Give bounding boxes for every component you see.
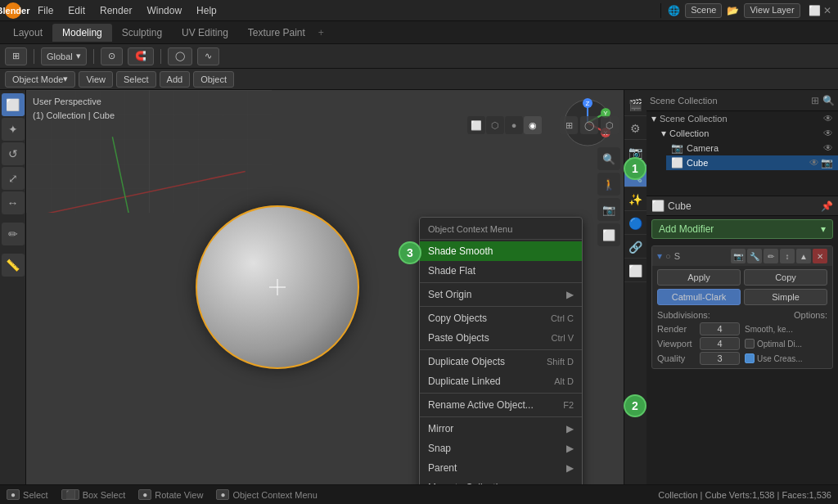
view-layer-selector[interactable]: View Layer xyxy=(744,3,800,18)
header-select[interactable]: Select xyxy=(116,71,156,88)
data-props-button[interactable]: ⬜ xyxy=(624,259,647,282)
wireframe-shade-button[interactable]: ⬜ xyxy=(467,116,485,134)
window-controls[interactable]: ⬜ ✕ xyxy=(809,5,831,16)
walk-nav-button[interactable]: 🚶 xyxy=(597,173,620,196)
apply-button[interactable]: Apply xyxy=(657,269,741,286)
solid-shade-button[interactable]: ⬡ xyxy=(486,116,504,134)
shade-flat-item[interactable]: Shade Flat xyxy=(420,261,582,281)
gizmo-toggle-button[interactable]: ⊞ xyxy=(560,116,578,134)
menu-help[interactable]: Help xyxy=(190,3,223,18)
modifier-enable-icon[interactable]: ○ xyxy=(665,251,671,261)
smooth-label[interactable]: Smooth, ke... xyxy=(745,325,793,334)
modifier-expand-icon[interactable]: ▾ xyxy=(657,250,662,262)
rename-item[interactable]: Rename Active Object... F2 xyxy=(420,395,582,415)
duplicate-objects-item[interactable]: Duplicate Objects Shift D xyxy=(420,352,582,371)
outliner-filter-button[interactable]: ⊞ xyxy=(811,95,819,106)
transform-pivot-button[interactable]: ⊙ xyxy=(101,47,123,65)
outliner-scene-collection[interactable]: ▾ Scene Collection 👁 xyxy=(647,111,838,126)
outliner-cube[interactable]: ⬜ Cube 👁 📷 xyxy=(666,155,838,170)
select-tool-button[interactable]: ⬜ xyxy=(2,93,25,116)
overlay-toggle-button[interactable]: ◯ xyxy=(580,116,598,134)
header-object[interactable]: Object xyxy=(193,71,234,88)
catmull-clark-button[interactable]: Catmull-Clark xyxy=(657,289,741,305)
render-props-button[interactable]: 🎬 xyxy=(624,93,647,116)
menu-render[interactable]: Render xyxy=(93,3,138,18)
snap-button[interactable]: 🧲 xyxy=(128,47,154,65)
material-shade-button[interactable]: ● xyxy=(505,116,523,134)
measure-tool-button[interactable]: 📏 xyxy=(2,254,25,277)
move-tool-button[interactable]: ✦ xyxy=(2,118,25,141)
scene-collection-visibility[interactable]: 👁 xyxy=(823,113,833,124)
falloff-button[interactable]: ∿ xyxy=(197,47,219,65)
tab-layout[interactable]: Layout xyxy=(3,24,52,42)
crease-checkbox[interactable] xyxy=(745,353,755,363)
object-mode-dropdown[interactable]: Object Mode ▾ xyxy=(5,71,75,88)
constraints-props-button[interactable]: 🔗 xyxy=(624,236,647,259)
simple-button[interactable]: Simple xyxy=(744,289,827,305)
add-workspace-button[interactable]: + xyxy=(318,27,324,38)
annotate-tool-button[interactable]: ✏ xyxy=(2,223,25,245)
tab-sculpting[interactable]: Sculpting xyxy=(112,24,172,42)
sphere-object[interactable] xyxy=(196,205,359,369)
transform-global-dropdown[interactable]: Global ▾ xyxy=(41,47,87,65)
add-modifier-bar[interactable]: Add Modifier ▾ xyxy=(651,219,833,239)
status-context-menu: ● Object Context Menu xyxy=(216,489,317,500)
transform-mode-button[interactable]: ⊞ xyxy=(5,47,27,65)
mod-icon-up[interactable]: ▲ xyxy=(796,249,811,263)
outliner-collection[interactable]: ▾ Collection 👁 xyxy=(656,126,838,141)
transform-tool-button[interactable]: ↔ xyxy=(2,191,25,214)
particles-props-button[interactable]: ✨ xyxy=(624,188,647,211)
move-to-collection-item[interactable]: Move to Collection M xyxy=(420,478,582,484)
menu-edit[interactable]: Edit xyxy=(61,3,92,18)
menu-file[interactable]: File xyxy=(31,3,60,18)
mod-buttons: Apply Copy xyxy=(652,266,832,289)
outliner-camera[interactable]: 📷 Camera 👁 xyxy=(666,141,838,155)
properties-pin-button[interactable]: 📌 xyxy=(821,200,833,212)
paste-objects-item[interactable]: Paste Objects Ctrl V xyxy=(420,328,582,348)
viewport-value-input[interactable]: 4 xyxy=(700,337,740,350)
mod-icon-render[interactable]: 🔧 xyxy=(747,249,762,263)
perspective-label: User Perspective xyxy=(33,95,115,109)
mod-icon-x[interactable]: ✕ xyxy=(813,249,827,263)
mod-icon-sort[interactable]: ↕ xyxy=(780,249,795,263)
properties-panel: ⬜ Cube 📌 Add Modifier ▾ ▾ ○ xyxy=(647,196,838,484)
modifier-camera-icon[interactable]: S xyxy=(674,251,680,261)
rotate-tool-button[interactable]: ↺ xyxy=(2,142,25,165)
rendered-shade-button[interactable]: ◉ xyxy=(524,116,542,134)
optimal-checkbox[interactable] xyxy=(745,339,755,349)
collection-visibility[interactable]: 👁 xyxy=(823,128,833,139)
parent-item[interactable]: Parent ▶ xyxy=(420,458,582,478)
duplicate-linked-item[interactable]: Duplicate Linked Alt D xyxy=(420,371,582,391)
cube-visibility[interactable]: 👁 xyxy=(809,157,819,169)
render-value-input[interactable]: 4 xyxy=(700,322,740,335)
physics-props-button[interactable]: 🔵 xyxy=(624,212,647,235)
proportional-edit-button[interactable]: ◯ xyxy=(168,47,192,65)
camera-visibility[interactable]: 👁 xyxy=(823,142,833,154)
header-add[interactable]: Add xyxy=(160,71,191,88)
copy-button[interactable]: Copy xyxy=(744,269,827,286)
tab-modeling[interactable]: Modeling xyxy=(52,24,112,42)
scale-tool-button[interactable]: ⤢ xyxy=(2,167,25,190)
render-region-button[interactable]: ⬜ xyxy=(597,223,620,246)
tab-texture-paint[interactable]: Texture Paint xyxy=(238,24,315,42)
shade-smooth-item[interactable]: Shade Smooth xyxy=(420,241,582,261)
snap-item[interactable]: Snap ▶ xyxy=(420,439,582,458)
scene-selector[interactable]: Scene xyxy=(685,3,722,18)
set-origin-item[interactable]: Set Origin ▶ xyxy=(420,285,582,304)
tab-uv-editing[interactable]: UV Editing xyxy=(172,24,238,42)
header-view[interactable]: View xyxy=(79,71,113,88)
output-props-button[interactable]: ⚙ xyxy=(624,117,647,140)
menu-window[interactable]: Window xyxy=(140,3,188,18)
copy-objects-item[interactable]: Copy Objects Ctrl C xyxy=(420,308,582,328)
zoom-in-button[interactable]: 🔍 xyxy=(597,147,620,170)
viewport[interactable]: User Perspective (1) Collection | Cube Z… xyxy=(26,90,624,484)
quality-value-input[interactable]: 3 xyxy=(700,352,740,365)
cube-render-visibility[interactable]: 📷 xyxy=(821,157,833,169)
rename-label: Rename Active Object... xyxy=(428,399,534,411)
xray-toggle-button[interactable]: ⬡ xyxy=(601,116,619,134)
outliner-search-button[interactable]: 🔍 xyxy=(822,95,835,106)
mirror-item[interactable]: Mirror ▶ xyxy=(420,419,582,439)
mod-icon-edit[interactable]: ✏ xyxy=(764,249,778,263)
camera-button[interactable]: 📷 xyxy=(597,198,620,221)
mod-icon-cam[interactable]: 📷 xyxy=(731,249,746,263)
